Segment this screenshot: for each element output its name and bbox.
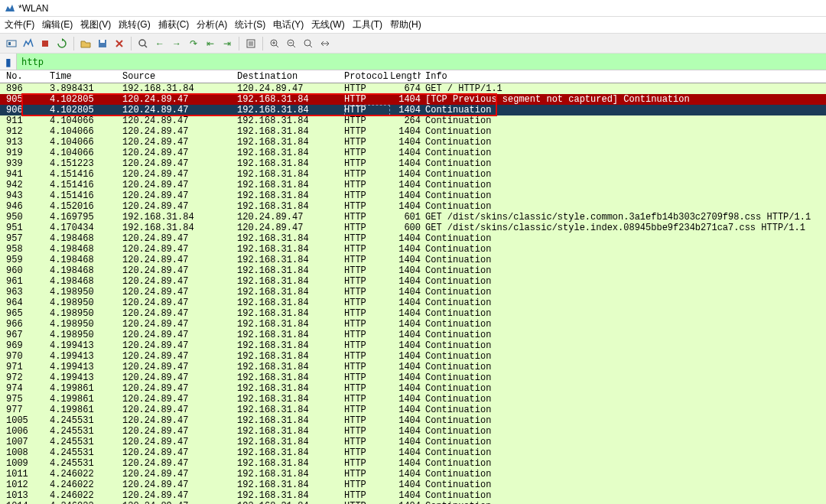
- column-no-header[interactable]: No.: [0, 71, 50, 82]
- zoom-reset-icon[interactable]: [301, 37, 315, 50]
- cell-protocol: HTTP: [344, 480, 390, 490]
- packet-row[interactable]: 10134.246022120.24.89.47192.168.31.84HTT…: [0, 490, 826, 501]
- restart-capture-icon[interactable]: [55, 37, 69, 50]
- packet-row[interactable]: 9674.198950120.24.89.47192.168.31.84HTTP…: [0, 330, 826, 340]
- menu-item[interactable]: 工具(T): [353, 18, 382, 31]
- packet-row[interactable]: 10144.246022120.24.89.47192.168.31.84HTT…: [0, 501, 826, 504]
- packet-row[interactable]: 9584.198468120.24.89.47192.168.31.84HTTP…: [0, 244, 826, 255]
- packet-row[interactable]: 9744.199861120.24.89.47192.168.31.84HTTP…: [0, 383, 826, 394]
- packet-row[interactable]: 9464.152016120.24.89.47192.168.31.84HTTP…: [0, 201, 826, 212]
- packet-row[interactable]: 9724.199413120.24.89.47192.168.31.84HTTP…: [0, 372, 826, 383]
- cell-info: Continuation: [421, 362, 826, 372]
- toolbar: ← → ↷ ⇤ ⇥: [0, 34, 826, 54]
- packet-row[interactable]: 10114.246022120.24.89.47192.168.31.84HTT…: [0, 469, 826, 480]
- menu-item[interactable]: 跳转(G): [119, 18, 150, 31]
- packet-row[interactable]: 9134.104066120.24.89.47192.168.31.84HTTP…: [0, 137, 826, 148]
- packet-row[interactable]: 9574.198468120.24.89.47192.168.31.84HTTP…: [0, 233, 826, 244]
- packet-row[interactable]: 9514.170434192.168.31.84120.24.89.47HTTP…: [0, 223, 826, 233]
- cell-info: GET /dist/skins/classic/style.common.3a1…: [421, 212, 826, 223]
- cell-no: 959: [0, 255, 50, 265]
- cell-info: Continuation: [421, 458, 826, 469]
- cell-time: 4.245531: [50, 447, 122, 458]
- packet-row[interactable]: 9644.198950120.24.89.47192.168.31.84HTTP…: [0, 298, 826, 308]
- menu-item[interactable]: 分析(A): [197, 18, 227, 31]
- packet-row[interactable]: 9664.198950120.24.89.47192.168.31.84HTTP…: [0, 319, 826, 330]
- column-destination-header[interactable]: Destination: [237, 71, 344, 82]
- cell-protocol: HTTP: [344, 233, 390, 244]
- menu-item[interactable]: 捕获(C): [158, 18, 190, 31]
- cell-no: 1009: [0, 458, 50, 469]
- packet-row[interactable]: 9054.102805120.24.89.47192.168.31.84HTTP…: [0, 94, 826, 105]
- column-source-header[interactable]: Source: [122, 71, 237, 82]
- packet-row[interactable]: 9414.151416120.24.89.47192.168.31.84HTTP…: [0, 169, 826, 180]
- packet-row[interactable]: 9754.199861120.24.89.47192.168.31.84HTTP…: [0, 394, 826, 405]
- go-first-icon[interactable]: ⇤: [203, 37, 217, 50]
- cell-protocol: HTTP: [344, 437, 390, 447]
- find-packet-icon[interactable]: [136, 37, 150, 50]
- packet-row[interactable]: 9654.198950120.24.89.47192.168.31.84HTTP…: [0, 308, 826, 319]
- cell-destination: 192.168.31.84: [237, 180, 344, 190]
- packet-list-header[interactable]: No. Time Source Destination Protocol Len…: [0, 70, 826, 83]
- packet-row[interactable]: 9434.151416120.24.89.47192.168.31.84HTTP…: [0, 190, 826, 201]
- start-capture-icon[interactable]: [21, 37, 35, 50]
- menu-item[interactable]: 统计(S): [235, 18, 265, 31]
- column-time-header[interactable]: Time: [50, 71, 122, 82]
- packet-row[interactable]: 10074.245531120.24.89.47192.168.31.84HTT…: [0, 437, 826, 447]
- packet-row[interactable]: 9504.169795192.168.31.84120.24.89.47HTTP…: [0, 212, 826, 223]
- zoom-in-icon[interactable]: [268, 37, 281, 50]
- display-filter-input[interactable]: [17, 54, 826, 70]
- resize-columns-icon[interactable]: [318, 37, 332, 50]
- packet-row[interactable]: 9694.199413120.24.89.47192.168.31.84HTTP…: [0, 340, 826, 351]
- menu-item[interactable]: 帮助(H): [390, 18, 421, 31]
- menu-item[interactable]: 视图(V): [80, 18, 111, 31]
- packet-row[interactable]: 9594.198468120.24.89.47192.168.31.84HTTP…: [0, 255, 826, 265]
- stop-capture-icon[interactable]: [38, 37, 52, 50]
- packet-row[interactable]: 9614.198468120.24.89.47192.168.31.84HTTP…: [0, 276, 826, 287]
- go-last-icon[interactable]: ⇥: [220, 37, 234, 50]
- packet-row[interactable]: 9114.104066120.24.89.47192.168.31.84HTTP…: [0, 115, 826, 126]
- packet-row[interactable]: 9424.151416120.24.89.47192.168.31.84HTTP…: [0, 180, 826, 190]
- open-file-icon[interactable]: [79, 37, 93, 50]
- packet-row[interactable]: 10094.245531120.24.89.47192.168.31.84HTT…: [0, 458, 826, 469]
- bookmark-filter-icon[interactable]: ▮: [0, 54, 17, 70]
- cell-source: 120.24.89.47: [122, 351, 237, 362]
- packet-row[interactable]: 8963.898431192.168.31.84120.24.89.47HTTP…: [0, 83, 826, 94]
- menu-item[interactable]: 编辑(E): [42, 18, 73, 31]
- packet-row[interactable]: 10124.246022120.24.89.47192.168.31.84HTT…: [0, 480, 826, 490]
- auto-scroll-icon[interactable]: [244, 37, 258, 50]
- cell-source: 120.24.89.47: [122, 255, 237, 265]
- menu-item[interactable]: 无线(W): [311, 18, 344, 31]
- packet-row[interactable]: 9394.151223120.24.89.47192.168.31.84HTTP…: [0, 158, 826, 169]
- cell-length: 1404: [390, 351, 421, 362]
- packet-row[interactable]: 9124.104066120.24.89.47192.168.31.84HTTP…: [0, 126, 826, 137]
- menu-item[interactable]: 电话(Y): [273, 18, 304, 31]
- packet-row[interactable]: 10064.245531120.24.89.47192.168.31.84HTT…: [0, 426, 826, 437]
- packet-list-body[interactable]: 8963.898431192.168.31.84120.24.89.47HTTP…: [0, 83, 826, 504]
- packet-row[interactable]: 10054.245531120.24.89.47192.168.31.84HTT…: [0, 415, 826, 426]
- packet-row[interactable]: 9604.198468120.24.89.47192.168.31.84HTTP…: [0, 265, 826, 276]
- column-info-header[interactable]: Info: [421, 71, 826, 82]
- cell-info: GET /dist/skins/classic/style.index.0894…: [421, 223, 826, 233]
- zoom-out-icon[interactable]: [285, 37, 298, 50]
- close-file-icon[interactable]: [112, 37, 126, 50]
- packet-row[interactable]: 9194.104066120.24.89.47192.168.31.84HTTP…: [0, 148, 826, 158]
- go-back-icon[interactable]: ←: [153, 37, 167, 50]
- cell-source: 120.24.89.47: [122, 276, 237, 287]
- menu-item[interactable]: 文件(F): [5, 18, 34, 31]
- packet-row[interactable]: 9704.199413120.24.89.47192.168.31.84HTTP…: [0, 351, 826, 362]
- packet-row[interactable]: 9064.102805120.24.89.47192.168.31.84HTTP…: [0, 105, 826, 115]
- save-file-icon[interactable]: [96, 37, 109, 50]
- column-length-header[interactable]: Length: [390, 71, 421, 82]
- go-forward-icon[interactable]: →: [170, 37, 184, 50]
- packet-row[interactable]: 10084.245531120.24.89.47192.168.31.84HTT…: [0, 447, 826, 458]
- cell-destination: 192.168.31.84: [237, 137, 344, 148]
- jump-to-icon[interactable]: ↷: [187, 37, 200, 50]
- packet-list[interactable]: No. Time Source Destination Protocol Len…: [0, 70, 826, 504]
- interfaces-icon[interactable]: [5, 37, 18, 50]
- cell-no: 951: [0, 223, 50, 233]
- packet-row[interactable]: 9634.198950120.24.89.47192.168.31.84HTTP…: [0, 287, 826, 298]
- column-protocol-header[interactable]: Protocol: [344, 71, 390, 82]
- packet-row[interactable]: 9774.199861120.24.89.47192.168.31.84HTTP…: [0, 405, 826, 415]
- cell-time: 4.199413: [50, 351, 122, 362]
- packet-row[interactable]: 9714.199413120.24.89.47192.168.31.84HTTP…: [0, 362, 826, 372]
